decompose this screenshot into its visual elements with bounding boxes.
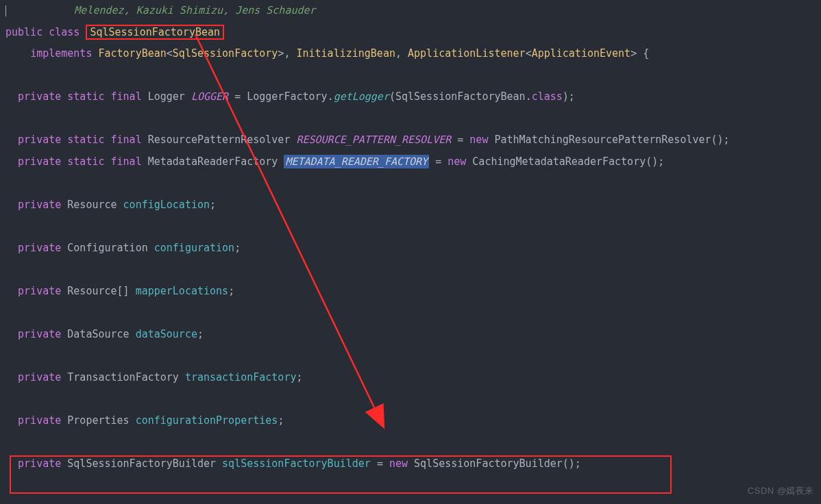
ctor-pmrpr: PathMatchingResourcePatternResolver [494,134,711,146]
javadoc-authors: Melendez, Kazuki Shimizu, Jens Schauder [74,4,315,16]
caret [5,5,6,16]
kw-implements: implements [30,47,92,60]
type-rpr: ResourcePatternResolver [148,134,291,146]
field-mapperlocations: mapperLocations [136,285,228,297]
field-txfactory: transactionFactory [185,371,297,383]
highlight-box-builder [10,455,672,494]
type-initbean: InitializingBean [296,47,395,60]
kw-public: public [5,26,42,38]
type-logger: Logger [148,90,185,103]
field-configlocation: configLocation [123,199,210,211]
method-getlogger: getLogger [334,90,389,103]
field-mrf-selected: METADATA_READER_FACTORY [284,155,429,168]
type-appevent: ApplicationEvent [532,47,631,60]
kw-class: class [49,26,79,38]
type-sqlsessionfactory: SqlSessionFactory [173,47,278,60]
type-mrf: MetadataReaderFactory [148,155,278,168]
field-rpr: RESOURCE_PATTERN_RESOLVER [296,134,451,146]
field-configuration: configuration [154,242,234,254]
ctor-cmrf: CachingMetadataReaderFactory [472,155,646,168]
class-name: SqlSessionFactoryBean [90,26,220,38]
field-datasource: dataSource [136,328,197,340]
code-editor[interactable]: Melendez, Kazuki Shimizu, Jens Schauder … [0,0,821,475]
field-logger: LOGGER [191,90,228,103]
classname-box: SqlSessionFactoryBean [86,25,224,40]
type-applistener: ApplicationListener [408,47,526,60]
type-factorybean: FactoryBean [98,47,166,60]
field-configprops: configurationProperties [136,414,278,427]
watermark: CSDN @嫣夜来 [748,481,814,500]
